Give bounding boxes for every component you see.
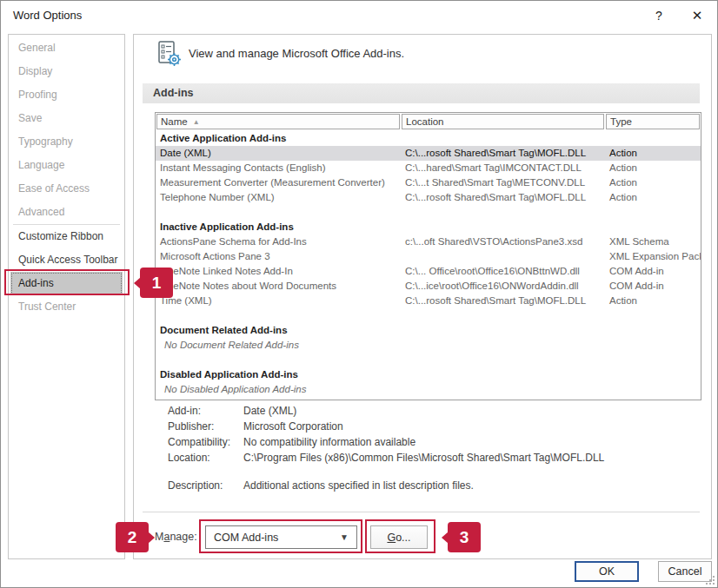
help-icon[interactable]: ? [650,7,668,24]
addin-group-header-inactive-application-add-ins: Inactive Application Add-ins [156,220,701,235]
detail-row-publisher: Publisher:Microsoft Corporation [168,419,698,434]
manage-dropdown-value: COM Add-ins [214,532,278,544]
manage-separator [143,512,700,512]
detail-value: Additional actions specified in list des… [243,478,698,493]
resize-grip-icon[interactable] [704,574,715,585]
addin-type: Action [603,294,701,308]
addin-location: C:\...t Shared\Smart Tag\METCONV.DLL [400,175,603,190]
dropdown-caret-icon: ▼ [340,532,349,542]
addin-row-instant-messaging-contacts-english[interactable]: Instant Messaging Contacts (English)C:\.… [156,161,701,175]
intro-text: View and manage Microsoft Office Add-ins… [189,47,404,60]
addin-row-telephone-number-xml[interactable]: Telephone Number (XML)C:\...rosoft Share… [156,190,701,205]
go-label-part: o... [396,532,410,544]
addin-details: Add-in:Date (XML)Publisher:Microsoft Cor… [168,403,698,493]
ok-button[interactable]: OK [575,561,639,582]
addin-empty-note: No Document Related Add-ins [156,338,701,353]
sidebar-item-trust-center[interactable]: Trust Center [10,295,123,319]
addin-row-microsoft-actions-pane-3[interactable]: Microsoft Actions Pane 3XML Expansion Pa… [156,249,701,264]
table-spacer [156,353,701,367]
column-header-type[interactable]: Type [606,114,700,129]
go-label-accelerator: G [387,532,396,544]
sidebar-item-typography[interactable]: Typography [10,130,123,154]
addin-location: C:\...rosoft Shared\Smart Tag\MOFL.DLL [400,190,603,205]
addin-name: Instant Messaging Contacts (English) [156,161,400,175]
addins-section-header: Add-ins [143,83,700,103]
detail-label: Location: [168,450,243,466]
sidebar-item-save[interactable]: Save [10,107,123,130]
sort-ascending-icon: ▲ [193,118,200,126]
sidebar-item-proofing[interactable]: Proofing [10,83,123,107]
addin-location: c:\...oft Shared\VSTO\ActionsPane3.xsd [400,235,603,249]
sidebar-item-quick-access-toolbar[interactable]: Quick Access Toolbar [10,248,123,272]
addin-name: OneNote Notes about Word Documents [156,279,400,294]
addin-row-date-xml[interactable]: Date (XML)C:\...rosoft Shared\Smart Tag\… [156,146,701,161]
detail-row-location: Location:C:\Program Files (x86)\Common F… [168,450,698,466]
detail-label: Description: [168,478,243,493]
sidebar-item-add-ins[interactable]: Add-ins [10,272,123,295]
addin-location: C:\...ice\root\Office16\ONWordAddin.dll [400,279,603,294]
column-header-name[interactable]: Name▲ [156,114,400,129]
column-label-name: Name [161,116,188,127]
sidebar-item-language[interactable]: Language [10,154,123,177]
addins-gear-icon [156,40,183,71]
addin-row-onenote-notes-about-word-documents[interactable]: OneNote Notes about Word DocumentsC:\...… [156,279,701,294]
detail-value: Date (XML) [243,403,698,419]
addin-location: C:\... Office\root\Office16\ONBttnWD.dll [400,264,603,279]
manage-label-part: M [155,531,163,543]
addin-location: C:\...rosoft Shared\Smart Tag\MOFL.DLL [400,294,603,308]
addin-group-header-active-application-add-ins: Active Application Add-ins [156,131,701,146]
close-icon[interactable]: ✕ [688,6,707,25]
detail-label: Compatibility: [168,434,243,450]
sidebar-nav: GeneralDisplayProofingSaveTypographyLang… [8,34,125,559]
addin-type: XML Schema [603,235,701,249]
addin-location [400,249,603,264]
addin-type: Action [603,161,701,175]
detail-value: Microsoft Corporation [243,419,698,434]
addin-row-measurement-converter-measurement-converter[interactable]: Measurement Converter (Measurement Conve… [156,175,701,190]
detail-label: Add-in: [168,403,243,419]
addin-location: C:\...rosoft Shared\Smart Tag\MOFL.DLL [400,146,603,161]
addin-group-header-disabled-application-add-ins: Disabled Application Add-ins [156,367,701,382]
addins-table: Name▲ Location Type Active Application A… [155,112,701,400]
addins-page: View and manage Microsoft Office Add-ins… [133,34,712,559]
dialog-title: Word Options [13,9,82,22]
manage-label: Manage: [155,531,197,543]
detail-value: C:\Program Files (x86)\Common Files\Micr… [243,450,698,466]
addin-type: Action [603,175,701,190]
manage-dropdown[interactable]: COM Add-ins ▼ [205,525,357,549]
addin-name: ActionsPane Schema for Add-Ins [156,235,400,249]
detail-row-add-in: Add-in:Date (XML) [168,403,698,419]
addin-name: OneNote Linked Notes Add-In [156,264,400,279]
sidebar-item-ease-of-access[interactable]: Ease of Access [10,177,123,201]
column-header-location[interactable]: Location [402,114,604,129]
addin-row-actionspane-schema-for-add-ins[interactable]: ActionsPane Schema for Add-Insc:\...oft … [156,235,701,249]
sidebar-item-display[interactable]: Display [10,60,123,83]
table-spacer [156,308,701,323]
addin-group-header-document-related-add-ins: Document Related Add-ins [156,323,701,338]
addin-name: Date (XML) [156,146,400,161]
addin-type: XML Expansion Pack [603,249,701,264]
addin-type: COM Add-in [603,264,701,279]
addin-row-onenote-linked-notes-add-in[interactable]: OneNote Linked Notes Add-InC:\... Office… [156,264,701,279]
sidebar-item-customize-ribbon[interactable]: Customize Ribbon [10,225,123,248]
detail-value: No compatibility information available [243,434,698,450]
addin-name: Measurement Converter (Measurement Conve… [156,175,400,190]
word-options-dialog: Word Options ? ✕ GeneralDisplayProofingS… [0,0,718,588]
addin-location: C:\...hared\Smart Tag\IMCONTACT.DLL [400,161,603,175]
addin-empty-note: No Disabled Application Add-ins [156,382,701,397]
sidebar-item-general[interactable]: General [10,36,123,60]
table-body: Active Application Add-insDate (XML)C:\.… [156,131,701,397]
detail-row-compatibility: Compatibility:No compatibility informati… [168,434,698,450]
addin-type: Action [603,146,701,161]
manage-label-part: nage: [170,531,196,543]
detail-label: Publisher: [168,419,243,434]
addin-type: Action [603,190,701,205]
addin-name: Microsoft Actions Pane 3 [156,249,400,264]
detail-row-description: Description:Additional actions specified… [168,478,698,493]
addin-name: Telephone Number (XML) [156,190,400,205]
table-spacer [156,205,701,220]
addin-row-time-xml[interactable]: Time (XML)C:\...rosoft Shared\Smart Tag\… [156,294,701,308]
go-button[interactable]: Go... [370,525,428,549]
addin-name: Time (XML) [156,294,400,308]
sidebar-item-advanced[interactable]: Advanced [10,201,123,224]
